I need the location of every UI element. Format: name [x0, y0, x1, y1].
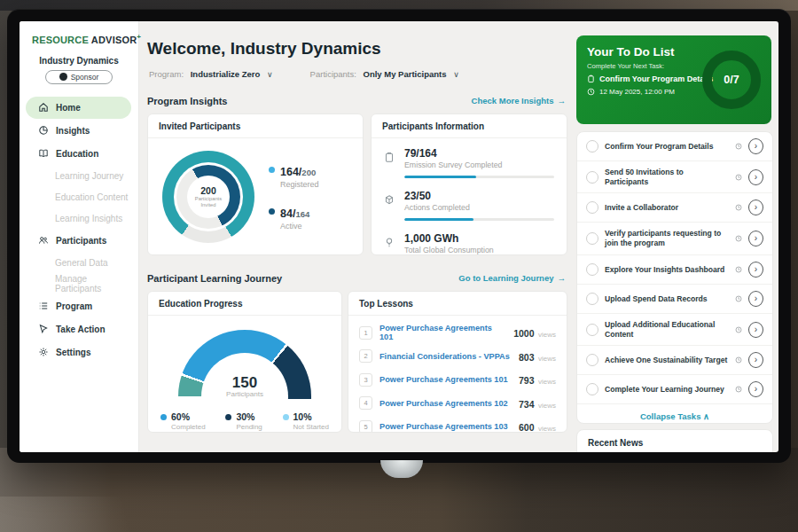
task-open-button[interactable]: › — [748, 352, 763, 368]
task-open-button[interactable]: › — [748, 231, 763, 246]
participants-select[interactable]: Participants: Only My Participants ∨ — [310, 69, 459, 79]
sponsor-icon — [59, 73, 67, 81]
sidebar-item-take-action[interactable]: Take Action — [26, 318, 131, 340]
book-icon — [38, 148, 49, 159]
clock-icon — [735, 326, 742, 333]
card-title: Top Lessons — [348, 292, 567, 316]
task-row[interactable]: Upload Additional Educational Content › — [577, 314, 772, 346]
task-open-button[interactable]: › — [748, 381, 763, 397]
donut-chart: 200 Participants Invited 164/200 Registe… — [148, 138, 363, 252]
task-checkbox[interactable] — [586, 293, 598, 305]
box-icon — [384, 190, 396, 221]
program-select[interactable]: Program: Industrialize Zero ∨ — [149, 69, 273, 79]
todo-progress-value: 0/7 — [724, 74, 739, 86]
task-open-button[interactable]: › — [748, 169, 763, 185]
legend-pct: 30% — [236, 411, 262, 422]
logo-resource: RESOURCE — [32, 35, 89, 45]
task-row[interactable]: Invite a Collaborator › — [577, 193, 772, 223]
sidebar-item-participants[interactable]: Participants — [26, 230, 131, 252]
chevron-right-icon: › — [755, 264, 757, 274]
donut-inner-ring: 200 Participants Invited — [176, 165, 240, 229]
views-suffix: views — [538, 331, 556, 339]
sidebar-item-education-content[interactable]: Education Content — [26, 187, 131, 207]
filters-row: Program: Industrialize Zero ∨ Participan… — [149, 69, 459, 79]
views-suffix: views — [538, 355, 556, 363]
legend-item-pending: 30% Pending — [225, 411, 262, 431]
task-open-button[interactable]: › — [748, 291, 763, 307]
sidebar-nav: Home Insights Education Learning Journey… — [20, 97, 138, 364]
clipboard-icon — [384, 147, 396, 178]
task-row[interactable]: Achieve One Sustainability Target › — [577, 346, 772, 375]
task-row[interactable]: Upload Spend Data Records › — [577, 285, 772, 314]
task-open-button[interactable]: › — [748, 262, 763, 278]
clock-icon — [735, 295, 742, 302]
task-checkbox[interactable] — [586, 201, 598, 214]
stat-global-consumption: 1,000 GWh Total Global Consumption — [384, 232, 554, 254]
legend-label: Registered — [280, 180, 319, 189]
task-row[interactable]: Explore Your Insights Dashboard › — [577, 255, 772, 285]
sidebar-item-home[interactable]: Home — [26, 97, 131, 119]
task-row[interactable]: Send 50 Invitations to Participants › — [577, 161, 772, 193]
participants-label: Participants: — [310, 69, 356, 79]
legend-item-registered: 164/200 Registered — [269, 163, 319, 189]
gauge-value: 150 — [178, 375, 311, 392]
sidebar-item-label: Education — [56, 149, 98, 159]
lesson-link[interactable]: Power Purchase Agreements 101 — [379, 324, 506, 341]
task-open-button[interactable]: › — [748, 138, 763, 154]
task-row[interactable]: Verify participants requesting to join t… — [577, 223, 772, 254]
sidebar-item-program[interactable]: Program — [26, 295, 131, 317]
sidebar-item-label: Home — [56, 103, 81, 113]
task-open-button[interactable]: › — [748, 200, 763, 215]
task-checkbox[interactable] — [586, 324, 598, 336]
task-label: Verify participants requesting to join t… — [605, 229, 729, 247]
task-checkbox[interactable] — [586, 263, 598, 276]
take-action-icon — [38, 324, 49, 334]
task-checkbox[interactable] — [586, 140, 598, 153]
task-checkbox[interactable] — [586, 354, 598, 366]
sidebar-item-learning-journey[interactable]: Learning Journey — [26, 166, 131, 186]
list-icon — [38, 301, 49, 311]
sidebar-item-insights[interactable]: Insights — [26, 120, 131, 142]
chevron-right-icon: › — [755, 233, 757, 243]
program-label: Program: — [149, 69, 184, 79]
lesson-link[interactable]: Financial Considerations - VPPAs — [379, 352, 512, 361]
logo-advisor: ADVISOR — [91, 35, 137, 45]
task-open-button[interactable]: › — [748, 322, 763, 338]
sidebar-item-settings[interactable]: Settings — [26, 341, 131, 364]
task-checkbox[interactable] — [586, 232, 598, 245]
legend-label: Pending — [236, 423, 262, 431]
sidebar-item-education[interactable]: Education — [26, 143, 131, 165]
card-title: Invited Participants — [148, 114, 363, 138]
lesson-views: 793 — [519, 375, 535, 386]
sidebar-item-general-data[interactable]: General Data — [26, 253, 131, 273]
lesson-row: 3 Power Purchase Agreements 101 793 view… — [359, 368, 556, 392]
legend-dot — [283, 414, 289, 420]
task-label: Upload Additional Educational Content — [605, 320, 729, 339]
gear-icon — [38, 347, 49, 357]
clock-icon — [735, 204, 742, 211]
sidebar-item-label: Program — [56, 301, 92, 311]
gauge-chart: 150 Participants — [178, 330, 311, 399]
legend-label: Not Started — [293, 423, 329, 431]
sidebar-item-learning-insights[interactable]: Learning Insights — [26, 208, 131, 229]
task-checkbox[interactable] — [586, 383, 598, 395]
chevron-right-icon: › — [755, 355, 757, 364]
legend-value: 164/ — [280, 166, 301, 178]
sidebar-item-label: Learning Journey — [55, 171, 123, 181]
logo-plus: + — [137, 33, 141, 41]
clock-icon — [735, 235, 742, 242]
go-to-learning-journey-link[interactable]: Go to Learning Journey→ — [410, 273, 566, 283]
task-row[interactable]: Complete Your Learning Journey › — [577, 375, 772, 404]
lesson-link[interactable]: Power Purchase Agreements 103 — [379, 422, 512, 431]
home-icon — [38, 102, 49, 113]
check-more-insights-link[interactable]: Check More Insights→ — [410, 96, 566, 106]
task-checkbox[interactable] — [586, 171, 598, 184]
lesson-link[interactable]: Power Purchase Agreements 101 — [379, 375, 512, 384]
task-row[interactable]: Confirm Your Program Details › — [577, 132, 772, 161]
lesson-link[interactable]: Power Purchase Agreements 102 — [379, 399, 512, 408]
lesson-rank: 3 — [359, 373, 372, 387]
legend-pct: 10% — [293, 411, 329, 422]
progress-bar — [404, 176, 554, 178]
sidebar-item-manage-participants[interactable]: Manage Participants — [26, 274, 131, 294]
collapse-tasks-link[interactable]: Collapse Tasks ∧ — [577, 404, 772, 424]
